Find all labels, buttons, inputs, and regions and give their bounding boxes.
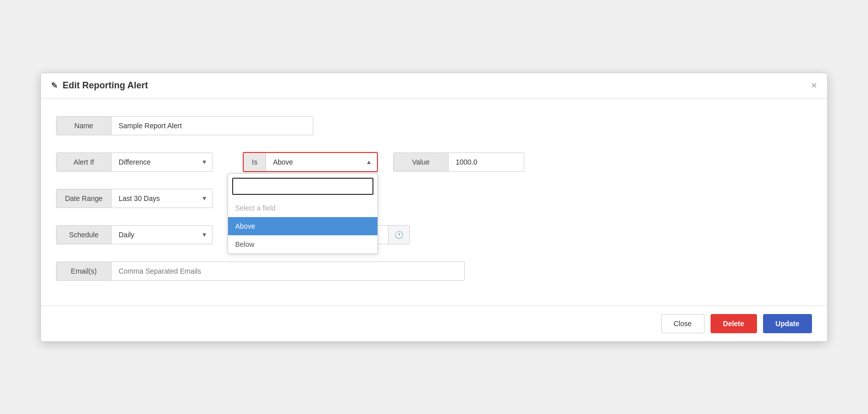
emails-input[interactable] (112, 262, 465, 281)
close-button[interactable]: Close (661, 314, 704, 333)
dropdown-item-below[interactable]: Below (228, 235, 377, 253)
edit-icon: ✎ (51, 81, 58, 90)
date-range-select-wrapper: Last 30 Days Last 7 Days Last 90 Days ▼ (112, 189, 212, 208)
is-label: Is (244, 153, 266, 171)
modal-title-text: Edit Reporting Alert (63, 80, 148, 91)
schedule-row: Schedule Daily Weekly Monthly ▼ Day Time… (56, 223, 812, 247)
value-label: Value (393, 152, 449, 172)
schedule-select[interactable]: Daily Weekly Monthly (112, 225, 212, 244)
schedule-label: Schedule (56, 225, 112, 244)
modal-header: ✎ Edit Reporting Alert × (41, 73, 827, 98)
dropdown-item-above[interactable]: Above (228, 217, 377, 235)
is-above-container: Is Above Below ▲ Select a field Above Be… (228, 152, 378, 172)
alert-if-select-wrapper: Difference Value Percent Change ▼ (112, 152, 212, 172)
alert-if-row: Alert If Difference Value Percent Change… (56, 150, 812, 174)
name-label: Name (56, 116, 112, 135)
delete-button[interactable]: Delete (711, 314, 757, 333)
value-group: Value (393, 152, 524, 172)
date-range-row: Date Range Last 30 Days Last 7 Days Last… (56, 186, 812, 211)
modal: ✎ Edit Reporting Alert × Name Alert If D… (40, 73, 828, 342)
alert-if-select[interactable]: Difference Value Percent Change (112, 152, 212, 172)
name-input[interactable] (112, 116, 313, 135)
date-range-select[interactable]: Last 30 Days Last 7 Days Last 90 Days (112, 189, 212, 208)
above-dropdown-menu: Select a field Above Below (228, 173, 378, 254)
schedule-select-wrapper: Daily Weekly Monthly ▼ (112, 225, 212, 244)
dropdown-item-select-field[interactable]: Select a field (228, 199, 377, 217)
modal-close-button[interactable]: × (811, 80, 817, 90)
clock-button[interactable]: 🕐 (389, 225, 410, 244)
is-above-wrapper: Is Above Below ▲ (243, 152, 378, 172)
dropdown-search-input[interactable] (232, 178, 373, 195)
modal-body: Name Alert If Difference Value Percent C… (41, 98, 827, 305)
alert-if-label: Alert If (56, 152, 112, 172)
modal-footer: Close Delete Update (41, 305, 827, 341)
name-row: Name (56, 114, 812, 138)
above-select[interactable]: Above Below (266, 153, 377, 171)
date-range-label: Date Range (56, 189, 112, 208)
emails-label: Email(s) (56, 262, 112, 281)
update-button[interactable]: Update (763, 314, 812, 333)
value-input[interactable] (449, 152, 524, 172)
modal-title: ✎ Edit Reporting Alert (51, 80, 148, 91)
emails-row: Email(s) (56, 259, 812, 283)
